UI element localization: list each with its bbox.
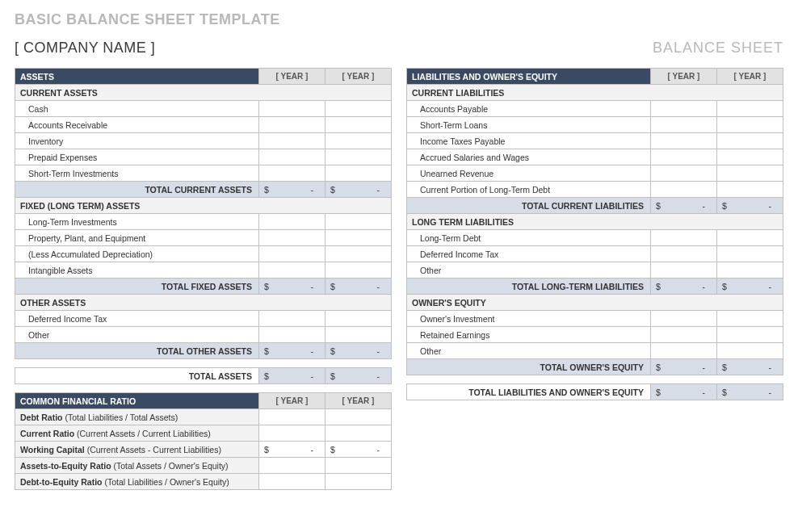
value-cell[interactable] (717, 262, 783, 279)
subtotal-label: TOTAL OWNER'S EQUITY (407, 359, 651, 375)
value-cell[interactable] (651, 165, 717, 182)
value-cell[interactable] (717, 343, 783, 359)
subtotal-value: $- (651, 198, 717, 214)
year-header: [ YEAR ] (651, 69, 717, 85)
subtotal-label: TOTAL FIXED ASSETS (15, 279, 259, 295)
value-cell[interactable] (259, 117, 326, 133)
subtotal-label: TOTAL LONG-TERM LIABILITIES (407, 279, 651, 295)
value-cell[interactable] (326, 149, 392, 165)
section-header: LONG TERM LIABILITIES (407, 214, 783, 230)
value-cell[interactable] (259, 101, 326, 117)
value-cell[interactable] (326, 101, 392, 117)
liabilities-equity-table: LIABILITIES AND OWNER'S EQUITY [ YEAR ] … (406, 68, 783, 375)
value-cell[interactable] (651, 262, 717, 279)
assets-header: ASSETS (15, 69, 259, 85)
sheet-title: BALANCE SHEET (653, 40, 783, 57)
value-cell[interactable] (651, 117, 717, 133)
grand-total-value: $- (326, 368, 392, 384)
value-cell[interactable] (259, 165, 326, 182)
value-cell: $- (326, 442, 392, 458)
value-cell[interactable] (717, 311, 783, 327)
grand-total-value: $- (651, 384, 717, 400)
line-item-label: Other (15, 327, 259, 343)
year-header: [ YEAR ] (259, 69, 326, 85)
section-header: OTHER ASSETS (15, 295, 392, 311)
ratio-row-label: Working Capital (Current Assets - Curren… (15, 442, 259, 458)
subtotal-value: $- (259, 343, 326, 359)
value-cell[interactable] (259, 133, 326, 149)
line-item-label: Long-Term Debt (407, 230, 651, 246)
line-item-label: Accounts Receivable (15, 117, 259, 133)
value-cell[interactable] (651, 343, 717, 359)
value-cell[interactable] (326, 214, 392, 230)
year-header: [ YEAR ] (259, 393, 326, 409)
line-item-label: Unearned Revenue (407, 165, 651, 182)
section-header: CURRENT ASSETS (15, 85, 392, 101)
value-cell[interactable] (326, 117, 392, 133)
value-cell (326, 458, 392, 474)
total-assets-table: TOTAL ASSETS $- $- (15, 367, 392, 384)
value-cell[interactable] (326, 133, 392, 149)
value-cell[interactable] (326, 165, 392, 182)
value-cell (326, 425, 392, 442)
line-item-label: Income Taxes Payable (407, 133, 651, 149)
subtotal-value: $- (259, 279, 326, 295)
subtotal-value: $- (717, 198, 783, 214)
value-cell[interactable] (651, 133, 717, 149)
subtotal-label: TOTAL CURRENT LIABILITIES (407, 198, 651, 214)
value-cell[interactable] (717, 117, 783, 133)
grand-total-label: TOTAL LIABILITIES AND OWNER'S EQUITY (407, 384, 651, 400)
value-cell[interactable] (717, 101, 783, 117)
value-cell[interactable] (651, 246, 717, 262)
value-cell[interactable] (651, 182, 717, 198)
value-cell[interactable] (259, 230, 326, 246)
subtotal-value: $- (651, 279, 717, 295)
value-cell[interactable] (651, 311, 717, 327)
line-item-label: Other (407, 262, 651, 279)
value-cell[interactable] (259, 149, 326, 165)
year-header: [ YEAR ] (326, 69, 392, 85)
value-cell[interactable] (326, 230, 392, 246)
value-cell: $- (259, 442, 326, 458)
value-cell[interactable] (717, 133, 783, 149)
ratio-row-label: Debt Ratio (Total Liabilities / Total As… (15, 409, 259, 425)
line-item-label: Current Portion of Long-Term Debt (407, 182, 651, 198)
value-cell[interactable] (717, 149, 783, 165)
ratios-table: COMMON FINANCIAL RATIO [ YEAR ] [ YEAR ]… (15, 392, 392, 490)
subtotal-value: $- (717, 359, 783, 375)
value-cell[interactable] (717, 246, 783, 262)
line-item-label: Cash (15, 101, 259, 117)
value-cell (326, 409, 392, 425)
value-cell[interactable] (717, 165, 783, 182)
line-item-label: Inventory (15, 133, 259, 149)
assets-column: ASSETS [ YEAR ] [ YEAR ] CURRENT ASSETS … (15, 68, 392, 498)
value-cell[interactable] (651, 149, 717, 165)
assets-table: ASSETS [ YEAR ] [ YEAR ] CURRENT ASSETS … (15, 68, 392, 359)
value-cell[interactable] (259, 327, 326, 343)
section-header: CURRENT LIABILITIES (407, 85, 783, 101)
section-header: OWNER'S EQUITY (407, 295, 783, 311)
value-cell[interactable] (259, 262, 326, 279)
value-cell[interactable] (326, 246, 392, 262)
value-cell[interactable] (326, 311, 392, 327)
value-cell (259, 458, 326, 474)
value-cell[interactable] (259, 246, 326, 262)
value-cell (259, 474, 326, 490)
value-cell (326, 474, 392, 490)
grand-total-value: $- (717, 384, 783, 400)
value-cell[interactable] (326, 262, 392, 279)
value-cell[interactable] (259, 311, 326, 327)
line-item-label: Short-Term Loans (407, 117, 651, 133)
value-cell[interactable] (717, 327, 783, 343)
value-cell[interactable] (259, 214, 326, 230)
value-cell[interactable] (651, 230, 717, 246)
value-cell[interactable] (717, 230, 783, 246)
ratio-row-label: Assets-to-Equity Ratio (Total Assets / O… (15, 458, 259, 474)
line-item-label: Retained Earnings (407, 327, 651, 343)
value-cell[interactable] (651, 101, 717, 117)
subtotal-value: $- (326, 182, 392, 198)
value-cell[interactable] (717, 182, 783, 198)
subtotal-value: $- (717, 279, 783, 295)
value-cell[interactable] (651, 327, 717, 343)
value-cell[interactable] (326, 327, 392, 343)
